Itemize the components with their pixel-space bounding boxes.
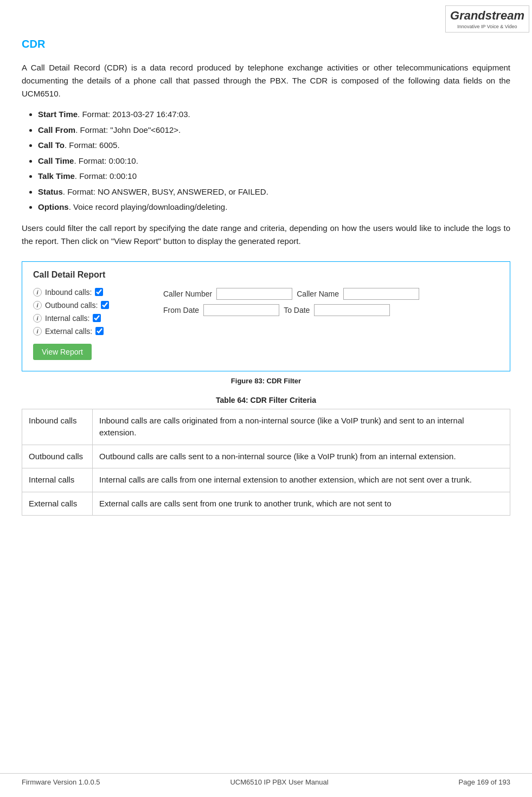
checkbox-outbound[interactable] [101, 301, 109, 309]
info-icon-inbound[interactable]: i [33, 288, 42, 297]
logo-text: Grandstream [450, 9, 524, 22]
figure-caption: Figure 83: CDR Filter [22, 377, 510, 385]
cdr-filter-box: Call Detail Report i Inbound calls: i Ou… [22, 261, 510, 371]
view-report-button[interactable]: View Report [33, 344, 92, 360]
caller-number-row: Caller Number Caller Name [163, 288, 499, 300]
header-logo: Grandstream Innovative IP Voice & Video [445, 5, 516, 33]
table-caption: Table 64: CDR Filter Criteria [22, 396, 510, 404]
filter-row-internal: i Internal calls: [33, 314, 152, 323]
checkbox-external[interactable] [95, 327, 104, 335]
filter-grid: i Inbound calls: i Outbound calls: i Int… [33, 288, 499, 336]
to-date-label: To Date [284, 306, 310, 314]
footer-right: Page 169 of 193 [459, 778, 510, 786]
checkbox-internal[interactable] [93, 314, 101, 322]
to-date-input[interactable] [314, 304, 390, 316]
label-inbound: Inbound calls: [45, 288, 92, 297]
intro-paragraph: A Call Detail Record (CDR) is a data rec… [22, 61, 510, 100]
term-external: External calls [22, 492, 93, 516]
caller-name-input[interactable] [343, 288, 419, 300]
info-icon-internal[interactable]: i [33, 314, 42, 323]
def-inbound: Inbound calls are calls originated from … [93, 409, 510, 445]
page-footer: Firmware Version 1.0.0.5 UCM6510 IP PBX … [0, 773, 532, 786]
right-filter-rows: Caller Number Caller Name From Date To D… [163, 288, 499, 316]
label-internal: Internal calls: [45, 314, 89, 323]
footer-center: UCM6510 IP PBX User Manual [230, 778, 328, 786]
table-row: Inbound calls Inbound calls are calls or… [22, 409, 510, 445]
bullet-call-from: Call From. Format: "John Doe"<6012>. [38, 124, 510, 137]
from-date-input[interactable] [203, 304, 279, 316]
checkbox-inbound[interactable] [95, 288, 103, 296]
table-row: Internal calls Internal calls are calls … [22, 468, 510, 492]
label-external: External calls: [45, 327, 92, 336]
filter-checkboxes: i Inbound calls: i Outbound calls: i Int… [33, 288, 152, 336]
label-outbound: Outbound calls: [45, 301, 98, 310]
page-title: CDR [22, 38, 510, 50]
filter-row-outbound: i Outbound calls: [33, 301, 152, 310]
date-row: From Date To Date [163, 304, 499, 316]
term-inbound: Inbound calls [22, 409, 93, 445]
filter-row-external: i External calls: [33, 327, 152, 336]
info-icon-external[interactable]: i [33, 327, 42, 336]
table-row: External calls External calls are calls … [22, 492, 510, 516]
term-outbound: Outbound calls [22, 445, 93, 468]
bullet-list: Start Time. Format: 2013-03-27 16:47:03.… [38, 108, 510, 214]
caller-number-label: Caller Number [163, 290, 212, 298]
from-date-label: From Date [163, 306, 199, 314]
cdr-filter-title: Call Detail Report [33, 270, 499, 280]
bullet-status: Status. Format: NO ANSWER, BUSY, ANSWERE… [38, 186, 510, 198]
filter-inputs: Caller Number Caller Name From Date To D… [152, 288, 499, 336]
def-external: External calls are calls sent from one t… [93, 492, 510, 516]
def-internal: Internal calls are calls from one intern… [93, 468, 510, 492]
caller-number-input[interactable] [216, 288, 292, 300]
info-icon-outbound[interactable]: i [33, 301, 42, 310]
cdr-criteria-table: Inbound calls Inbound calls are calls or… [22, 409, 510, 516]
logo-tagline: Innovative IP Voice & Video [450, 24, 524, 29]
bullet-call-time: Call Time. Format: 0:00:10. [38, 155, 510, 168]
bullet-talk-time: Talk Time. Format: 0:00:10 [38, 170, 510, 183]
filter-row-inbound: i Inbound calls: [33, 288, 152, 297]
caller-name-label: Caller Name [297, 290, 339, 298]
bullet-call-to: Call To. Format: 6005. [38, 139, 510, 152]
filter-paragraph: Users could filter the call report by sp… [22, 222, 510, 248]
bullet-start-time: Start Time. Format: 2013-03-27 16:47:03. [38, 108, 510, 121]
def-outbound: Outbound calls are calls sent to a non-i… [93, 445, 510, 468]
term-internal: Internal calls [22, 468, 93, 492]
bullet-options: Options. Voice record playing/downloadin… [38, 201, 510, 214]
footer-left: Firmware Version 1.0.0.5 [22, 778, 100, 786]
table-row: Outbound calls Outbound calls are calls … [22, 445, 510, 468]
